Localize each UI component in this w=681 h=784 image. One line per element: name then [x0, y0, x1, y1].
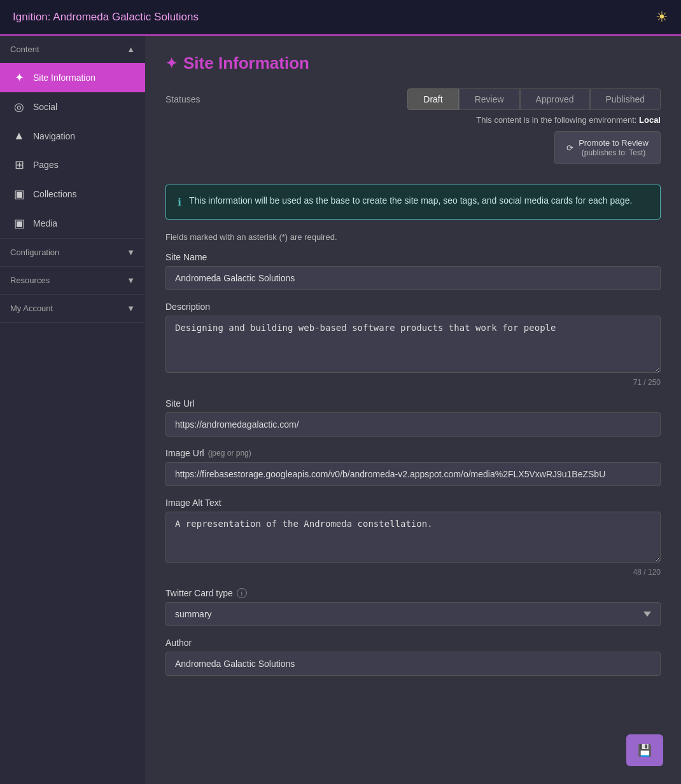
env-name: Local: [639, 115, 661, 125]
sparkle-icon: ✦: [13, 71, 25, 85]
save-icon: 💾: [638, 743, 652, 757]
description-input[interactable]: Designing and building web-based softwar…: [165, 316, 661, 373]
promote-button[interactable]: ⟳ Promote to Review (publishes to: Test): [554, 131, 661, 164]
save-button[interactable]: 💾: [626, 734, 663, 766]
sidebar-section-my-account-label: My Account: [10, 304, 53, 313]
sidebar-item-collections[interactable]: ▣ Collections: [0, 179, 145, 209]
chevron-down-icon-resources: ▼: [127, 276, 135, 285]
social-icon: ◎: [13, 100, 25, 114]
site-name-label: Site Name: [165, 252, 661, 262]
page-title-container: ✦ Site Information: [165, 53, 661, 73]
author-input[interactable]: [165, 652, 661, 676]
media-icon: ▣: [13, 216, 25, 230]
env-notice-text: This content is in the following environ…: [476, 115, 636, 125]
site-url-field-group: Site Url: [165, 398, 661, 437]
status-tab-review[interactable]: Review: [459, 88, 520, 110]
status-tab-approved[interactable]: Approved: [520, 88, 590, 110]
page-title-sparkle-icon: ✦: [165, 55, 177, 72]
main-content: ✦ Site Information Statuses Draft Review…: [145, 36, 681, 784]
sidebar-item-navigation-label: Navigation: [33, 131, 75, 141]
sidebar-item-collections-label: Collections: [33, 189, 76, 199]
twitter-card-field-group: Twitter Card type i summary summary_larg…: [165, 588, 661, 626]
author-field-group: Author: [165, 638, 661, 676]
statuses-label: Statuses: [165, 94, 200, 104]
image-alt-char-count: 48 / 120: [165, 568, 661, 577]
site-name-field-group: Site Name: [165, 252, 661, 290]
promote-btn-text: Promote to Review (publishes to: Test): [579, 138, 649, 157]
sidebar: Content ▲ ✦ Site Information ◎ Social ▲ …: [0, 36, 145, 784]
sidebar-item-media-label: Media: [33, 218, 57, 228]
status-tabs: Draft Review Approved Published: [407, 88, 661, 110]
twitter-card-select[interactable]: summary summary_large_image app player: [165, 602, 661, 626]
app-title: Ignition: Andromeda Galactic Solutions: [13, 11, 199, 24]
status-tab-published[interactable]: Published: [590, 88, 661, 110]
info-icon: ℹ: [178, 195, 181, 210]
sidebar-item-site-information-label: Site Information: [33, 73, 95, 83]
site-url-input[interactable]: [165, 412, 661, 437]
description-char-count: 71 / 250: [165, 378, 661, 387]
sidebar-section-resources-label: Resources: [10, 276, 50, 285]
sidebar-section-configuration: Configuration ▼: [0, 239, 145, 267]
sidebar-item-pages-label: Pages: [33, 160, 59, 170]
sidebar-section-my-account: My Account ▼: [0, 295, 145, 323]
sidebar-section-resources: Resources ▼: [0, 267, 145, 295]
env-notice: This content is in the following environ…: [165, 115, 661, 177]
chevron-down-icon: ▼: [127, 248, 135, 257]
sidebar-item-pages[interactable]: ⊞ Pages: [0, 150, 145, 179]
sidebar-section-my-account-header[interactable]: My Account ▼: [0, 295, 145, 322]
twitter-card-info-icon[interactable]: i: [237, 588, 247, 598]
image-alt-text-input[interactable]: A representation of the Andromeda conste…: [165, 512, 661, 563]
status-tab-draft[interactable]: Draft: [407, 88, 458, 110]
author-label: Author: [165, 638, 661, 648]
image-alt-text-label: Image Alt Text: [165, 498, 661, 508]
sidebar-section-content: Content ▲ ✦ Site Information ◎ Social ▲ …: [0, 36, 145, 239]
page-title: Site Information: [183, 53, 309, 73]
sidebar-item-social[interactable]: ◎ Social: [0, 92, 145, 122]
navigation-icon: ▲: [13, 129, 25, 143]
sidebar-section-configuration-header[interactable]: Configuration ▼: [0, 239, 145, 266]
status-bar: Statuses Draft Review Approved Published: [165, 88, 661, 110]
image-url-label: Image Url (jpeg or png): [165, 448, 661, 458]
site-url-label: Site Url: [165, 398, 661, 409]
twitter-card-label: Twitter Card type i: [165, 588, 661, 598]
image-alt-text-field-group: Image Alt Text A representation of the A…: [165, 498, 661, 577]
promote-icon: ⟳: [566, 143, 573, 153]
description-field-group: Description Designing and building web-b…: [165, 302, 661, 387]
image-url-input[interactable]: [165, 462, 661, 486]
collections-icon: ▣: [13, 187, 25, 201]
layout: Content ▲ ✦ Site Information ◎ Social ▲ …: [0, 36, 681, 784]
site-name-input[interactable]: [165, 266, 661, 290]
sidebar-section-resources-header[interactable]: Resources ▼: [0, 267, 145, 294]
image-url-field-group: Image Url (jpeg or png): [165, 448, 661, 486]
sidebar-section-configuration-label: Configuration: [10, 248, 59, 257]
description-label: Description: [165, 302, 661, 312]
topbar: Ignition: Andromeda Galactic Solutions ☀: [0, 0, 681, 36]
chevron-down-icon-account: ▼: [127, 304, 135, 313]
required-note: Fields marked with an asterisk (*) are r…: [165, 232, 661, 242]
sidebar-section-content-header[interactable]: Content ▲: [0, 36, 145, 63]
chevron-up-icon: ▲: [127, 45, 135, 54]
sidebar-item-social-label: Social: [33, 102, 57, 112]
settings-icon[interactable]: ☀: [656, 9, 668, 25]
info-text: This information will be used as the bas…: [189, 194, 633, 207]
sidebar-item-navigation[interactable]: ▲ Navigation: [0, 122, 145, 150]
sidebar-section-content-label: Content: [10, 45, 39, 54]
sidebar-item-site-information[interactable]: ✦ Site Information: [0, 63, 145, 92]
sidebar-item-media[interactable]: ▣ Media: [0, 209, 145, 238]
info-box: ℹ This information will be used as the b…: [165, 185, 661, 220]
pages-icon: ⊞: [13, 158, 25, 172]
